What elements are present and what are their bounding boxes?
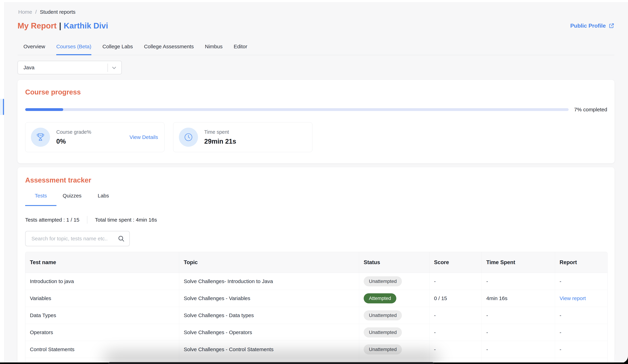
breadcrumb-current: Student reports <box>40 9 75 15</box>
breadcrumb: Home / Student reports <box>18 9 615 15</box>
table-row: Data TypesSolve Challenges - Data typesU… <box>25 307 607 324</box>
tab-editor[interactable]: Editor <box>234 43 247 55</box>
summary-divider <box>87 216 87 224</box>
left-rail-highlight <box>0 99 3 115</box>
progress-completed-label: 7% completed <box>574 107 608 113</box>
page-content: Home / Student reports My Report|Karthik… <box>4 2 628 364</box>
cell-score: - <box>429 324 482 341</box>
table-row: Introduction to javaSolve Challenges- In… <box>25 273 607 290</box>
tab-college-assessments[interactable]: College Assessments <box>144 43 194 55</box>
time-spent-card: Time spent 29min 21s <box>173 122 313 152</box>
public-profile-link[interactable]: Public Profile <box>570 23 615 29</box>
search-input[interactable] <box>31 236 118 242</box>
cell-report: - <box>555 273 607 290</box>
tab-courses-beta[interactable]: Courses (Beta) <box>56 43 91 55</box>
cell-status: Unattempted <box>359 307 429 324</box>
tests-table: Test nameTopicStatusScoreTime SpentRepor… <box>25 252 608 364</box>
cell-topic: Solve Challenges - Control Statements <box>179 341 359 358</box>
breadcrumb-separator: / <box>35 9 37 15</box>
chevron-down-icon <box>111 65 117 71</box>
status-badge: Unattempted <box>364 327 402 337</box>
cell-status: Unattempted <box>359 341 429 358</box>
clock-icon <box>179 128 198 147</box>
assessment-tracker-heading: Assessment tracker <box>25 176 608 184</box>
cell-status: Attempted <box>359 290 429 307</box>
cell-test-name: Introduction to java <box>25 273 179 290</box>
cell-test-name: Control Statements <box>25 341 179 358</box>
total-time-summary: Total time spent : 4min 16s <box>95 217 157 223</box>
tab-college-labs[interactable]: College Labs <box>102 43 133 55</box>
status-badge: Unattempted <box>364 276 402 286</box>
breadcrumb-home-link[interactable]: Home <box>18 9 32 15</box>
svg-text:%: % <box>39 134 42 137</box>
trophy-percent-icon: % <box>31 128 50 147</box>
view-report-link[interactable]: View report <box>559 295 586 301</box>
search-icon[interactable] <box>118 235 125 242</box>
tab-overview[interactable]: Overview <box>23 43 45 55</box>
column-header-status: Status <box>359 252 429 273</box>
cell-status: Unattempted <box>359 324 429 341</box>
assessment-tracker-card: Assessment tracker TestsQuizzesLabs Test… <box>17 167 615 364</box>
cell-score: - <box>429 307 482 324</box>
tracker-tabs: TestsQuizzesLabs <box>25 193 608 206</box>
cell-test-name: Operators <box>25 324 179 341</box>
course-progress-card: Course progress 7% completed <box>17 80 615 163</box>
time-spent-label: Time spent <box>204 129 306 135</box>
status-badge: Unattempted <box>364 310 402 320</box>
external-link-icon <box>609 23 615 29</box>
cell-topic: Solve Challenges- Introduction to Java <box>179 273 359 290</box>
tracker-tab-quizzes[interactable]: Quizzes <box>56 193 88 206</box>
status-badge: Unattempted <box>364 344 402 355</box>
column-header-topic: Topic <box>179 252 359 273</box>
status-badge: Attempted <box>364 293 396 303</box>
page-title: My Report|Karthik Divi <box>17 21 108 31</box>
course-grade-value: 0% <box>56 138 129 145</box>
cell-test-name: Variables <box>25 290 179 307</box>
page-title-my-report: My Report <box>17 21 57 30</box>
cell-topic: Solve Challenges - Operators <box>179 324 359 341</box>
cell-report: View report <box>555 290 607 307</box>
tracker-summary: Tests attempted : 1 / 15 Total time spen… <box>25 216 608 224</box>
bottom-dock-bar <box>108 362 434 364</box>
column-header-score: Score <box>429 252 482 273</box>
course-grade-card: % Course grade% 0% View Details <box>25 122 164 152</box>
column-header-test-name: Test name <box>25 252 179 273</box>
cell-topic: Solve Challenges - Variables <box>179 290 359 307</box>
cell-report: - <box>555 307 607 324</box>
cell-status: Unattempted <box>359 273 429 290</box>
cell-report: - <box>555 341 607 358</box>
progress-bar <box>25 108 569 111</box>
tracker-tab-labs[interactable]: Labs <box>88 193 119 206</box>
page-title-student-name: Karthik Divi <box>64 21 108 30</box>
tab-nimbus[interactable]: Nimbus <box>205 43 223 55</box>
tests-attempted-summary: Tests attempted : 1 / 15 <box>25 217 79 223</box>
course-select[interactable]: Java <box>17 61 122 74</box>
course-select-value: Java <box>23 65 34 71</box>
course-progress-heading: Course progress <box>25 88 608 96</box>
view-details-link[interactable]: View Details <box>129 134 158 140</box>
search-box <box>25 231 130 246</box>
left-rail-scroll-indicator[interactable] <box>3 99 4 115</box>
course-select-divider <box>107 64 108 72</box>
course-grade-label: Course grade% <box>56 129 129 135</box>
main-nav-tabs: OverviewCourses (Beta)College LabsColleg… <box>17 43 615 55</box>
cell-time-spent: - <box>482 273 555 290</box>
cell-time-spent: - <box>482 324 555 341</box>
cell-score: 0 / 15 <box>429 290 482 307</box>
cell-report: - <box>555 324 607 341</box>
table-body: Introduction to javaSolve Challenges- In… <box>25 273 607 364</box>
column-header-report: Report <box>555 252 607 273</box>
time-spent-value: 29min 21s <box>204 138 306 145</box>
tracker-tab-tests[interactable]: Tests <box>25 193 56 206</box>
cell-score: - <box>429 273 482 290</box>
cell-time-spent: - <box>482 341 555 358</box>
table-header-row: Test nameTopicStatusScoreTime SpentRepor… <box>25 252 607 273</box>
cell-test-name: Data Types <box>25 307 179 324</box>
column-header-time-spent: Time Spent <box>482 252 555 273</box>
page-title-separator: | <box>59 21 61 30</box>
cell-time-spent: - <box>482 307 555 324</box>
public-profile-label: Public Profile <box>570 23 606 29</box>
table-row: VariablesSolve Challenges - VariablesAtt… <box>25 290 607 307</box>
cell-time-spent: 4min 16s <box>482 290 555 307</box>
cell-topic: Solve Challenges - Data types <box>179 307 359 324</box>
